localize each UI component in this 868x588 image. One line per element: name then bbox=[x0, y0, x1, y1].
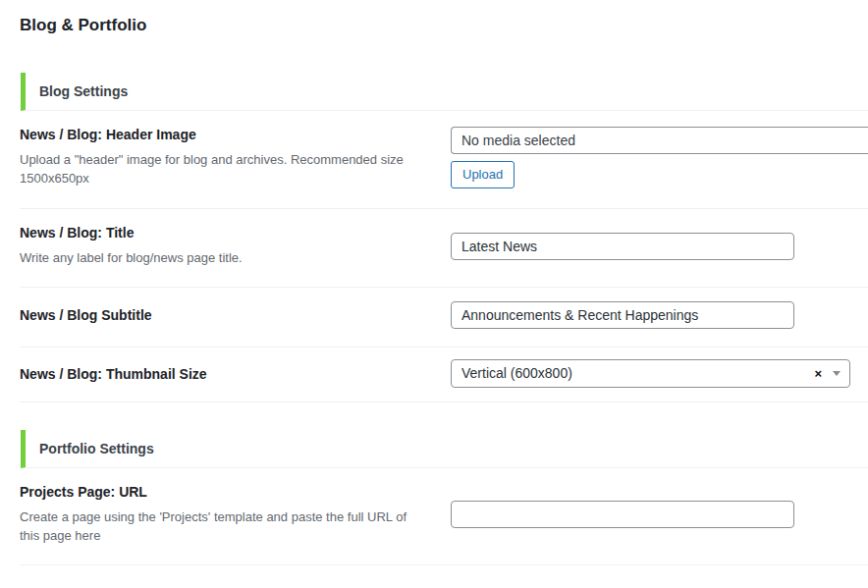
section-portfolio-settings: Portfolio Settings Projects Page: URL Cr… bbox=[0, 430, 868, 565]
upload-button[interactable]: Upload bbox=[451, 161, 515, 188]
chevron-down-icon[interactable] bbox=[833, 371, 841, 376]
thumbnail-size-select[interactable]: Vertical (600x800) × bbox=[451, 359, 850, 388]
field-row-blog-subtitle: News / Blog Subtitle bbox=[20, 288, 868, 347]
field-row-projects-url: Projects Page: URL Create a page using t… bbox=[20, 468, 868, 565]
projects-url-input[interactable] bbox=[451, 501, 794, 528]
thumbnail-size-selected-value: Vertical (600x800) bbox=[461, 360, 814, 387]
blog-title-input[interactable] bbox=[451, 233, 794, 260]
header-image-description: Upload a "header" image for blog and arc… bbox=[20, 150, 427, 187]
section-header-portfolio-settings: Portfolio Settings bbox=[21, 430, 868, 468]
thumbnail-size-label: News / Blog: Thumbnail Size bbox=[20, 366, 427, 382]
page-title: Blog & Portfolio bbox=[20, 16, 868, 35]
field-row-header-image: News / Blog: Header Image Upload a "head… bbox=[20, 111, 868, 209]
field-row-blog-title: News / Blog: Title Write any label for b… bbox=[20, 209, 868, 288]
section-header-blog-settings: Blog Settings bbox=[21, 73, 868, 111]
blog-title-label: News / Blog: Title bbox=[20, 225, 427, 241]
projects-url-label: Projects Page: URL bbox=[20, 484, 427, 500]
projects-url-description: Create a page using the 'Projects' templ… bbox=[20, 508, 427, 545]
media-status-input[interactable] bbox=[451, 127, 868, 154]
section-blog-settings: Blog Settings News / Blog: Header Image … bbox=[0, 73, 868, 402]
blog-subtitle-input[interactable] bbox=[451, 301, 794, 329]
blog-title-description: Write any label for blog/news page title… bbox=[20, 248, 427, 267]
header-image-label: News / Blog: Header Image bbox=[20, 127, 427, 142]
field-row-thumbnail-size: News / Blog: Thumbnail Size Vertical (60… bbox=[20, 347, 868, 402]
blog-subtitle-label: News / Blog Subtitle bbox=[20, 307, 427, 323]
clear-selection-icon[interactable]: × bbox=[814, 367, 822, 380]
